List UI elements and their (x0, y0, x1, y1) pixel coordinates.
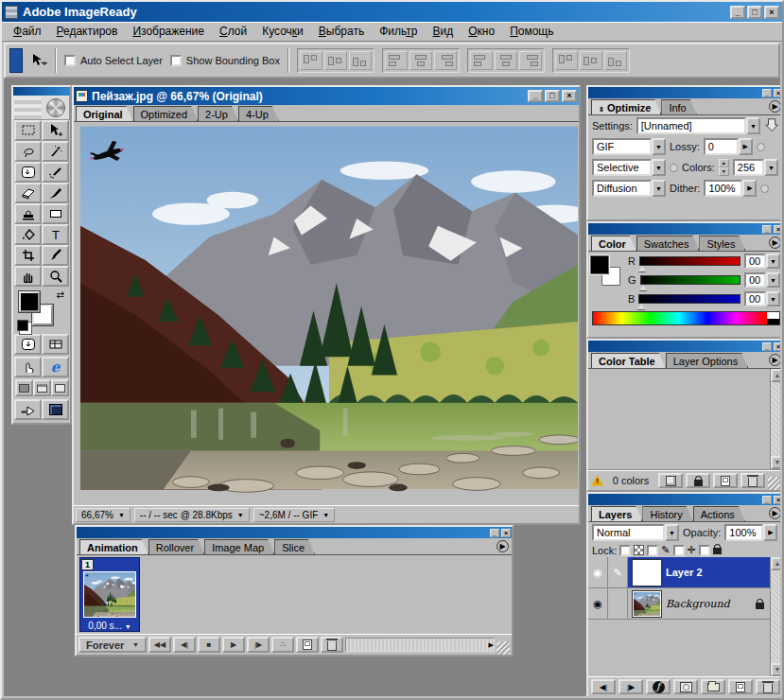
zoom-tool[interactable] (42, 266, 69, 287)
imageready-logo[interactable] (13, 96, 70, 120)
dither-field[interactable]: 100%▶ (704, 180, 757, 197)
tab-styles[interactable]: Styles (699, 236, 745, 251)
align-top-button[interactable] (300, 51, 322, 70)
tab-image-map[interactable]: Image Map (204, 539, 274, 554)
maximize-button[interactable]: □ (747, 6, 762, 19)
previous-frame-button[interactable]: ◀| (173, 637, 196, 653)
align-right-button[interactable] (434, 51, 457, 70)
eyedropper-tool[interactable] (42, 245, 69, 266)
format-dropdown[interactable]: GIF▼ (592, 138, 666, 155)
lock-position-checkbox[interactable] (673, 545, 685, 556)
colors-dropdown[interactable]: 256▼ (733, 159, 778, 176)
doc-minimize-button[interactable]: _ (528, 90, 543, 102)
scroll-down-icon[interactable]: ▼ (771, 663, 780, 676)
jump-to-button[interactable] (14, 399, 42, 420)
next-frame-button[interactable]: |▶ (618, 679, 643, 694)
colors-stepper[interactable]: ▲▼ (719, 159, 729, 176)
tab-4up[interactable]: 4-Up (238, 106, 279, 121)
optimize-title-bar[interactable]: _ × (588, 87, 780, 98)
distribute-bottom-button[interactable] (519, 51, 542, 70)
menu-select[interactable]: Выбрать (311, 23, 372, 40)
visibility-toggle[interactable]: ◉ (588, 557, 608, 587)
crop-tool[interactable] (14, 245, 42, 266)
green-slider[interactable] (640, 275, 740, 285)
layer-row-layer2[interactable]: ◉ ✎ Layer 2 (588, 557, 770, 588)
menu-image[interactable]: Изображение (125, 23, 212, 40)
resize-grip[interactable] (768, 477, 780, 490)
standard-screen-mode-button[interactable] (15, 379, 33, 396)
tab-info[interactable]: Info (661, 99, 696, 114)
layers-title-bar[interactable]: _ × (588, 494, 780, 505)
layer-name[interactable]: Layer 2 (666, 557, 770, 587)
zoom-level-dropdown[interactable]: 66,67%▼ (76, 508, 131, 522)
align-bottom-button[interactable] (349, 51, 372, 70)
visibility-toggle[interactable]: ◉ (588, 588, 608, 619)
color-spectrum-ramp[interactable] (592, 311, 780, 325)
scroll-down-icon[interactable]: ▼ (771, 456, 780, 469)
menu-filter[interactable]: Фильтр (372, 23, 425, 40)
tab-slice[interactable]: Slice (274, 539, 315, 554)
delete-color-button[interactable] (740, 473, 765, 488)
palette-menu-button[interactable]: ▶ (769, 236, 780, 249)
tab-layers[interactable]: Layers (591, 506, 642, 521)
lock-all-checkbox[interactable] (699, 545, 710, 556)
add-mask-button[interactable] (673, 679, 698, 694)
title-bar[interactable]: Adobe ImageReady _ □ × (2, 2, 782, 22)
move-tool[interactable] (42, 120, 69, 141)
swap-colors-icon[interactable]: ⇄ (57, 289, 64, 300)
paint-bucket-tool[interactable] (14, 224, 42, 245)
toolbar-handle[interactable] (9, 48, 23, 73)
photoshop-icon[interactable] (42, 399, 69, 420)
tab-layer-options[interactable]: Layer Options (666, 353, 748, 368)
tween-button[interactable]: ∴ (271, 637, 294, 653)
hand-tool[interactable] (14, 266, 42, 287)
close-button[interactable]: × (764, 6, 779, 19)
menu-file[interactable]: Файл (6, 23, 49, 40)
fullscreen-menu-mode-button[interactable] (33, 379, 51, 396)
layer-effects-button[interactable]: ƒ (646, 679, 671, 694)
white-black-swatches[interactable] (767, 312, 779, 324)
lock-image-checkbox[interactable] (647, 545, 658, 556)
layers-scrollbar[interactable]: ▲ ▼ (770, 557, 780, 676)
new-frame-button[interactable] (296, 637, 319, 653)
show-bounding-box-checkbox[interactable]: Show Bounding Box (170, 55, 280, 66)
document-title-bar[interactable]: Пейзаж.jpg @ 66,67% (Original) _ □ × (74, 87, 579, 105)
color-table-title-bar[interactable]: _ × (588, 341, 780, 352)
distribute-vcenter-button[interactable] (495, 51, 517, 70)
slider-marker[interactable] (638, 266, 646, 271)
slider-marker[interactable] (639, 285, 647, 290)
tab-color-table[interactable]: Color Table (591, 353, 666, 368)
tab-rollover[interactable]: Rollover (148, 539, 204, 554)
marquee-tool[interactable] (14, 120, 42, 141)
blend-mode-dropdown[interactable]: Normal▼ (592, 524, 679, 541)
palette-menu-button[interactable]: ▶ (769, 100, 780, 113)
color-title-bar[interactable]: _ × (588, 223, 780, 235)
palette-dropdown[interactable]: Selective▼ (592, 159, 666, 176)
delete-frame-button[interactable] (321, 637, 343, 653)
menu-window[interactable]: Окно (461, 23, 502, 40)
foreground-color-swatch[interactable] (19, 291, 40, 312)
green-value-dropdown[interactable]: 00▼ (744, 272, 780, 288)
animation-scrollbar[interactable]: ▶ (345, 638, 495, 652)
rollover-preview-toggle[interactable] (14, 357, 42, 377)
new-color-button[interactable] (713, 473, 738, 488)
first-frame-button[interactable]: ◀◀ (148, 637, 171, 653)
tab-history[interactable]: History (642, 506, 692, 521)
menu-edit[interactable]: Редактиров (49, 23, 126, 40)
shape-tool[interactable] (42, 203, 69, 224)
palette-close-button[interactable]: × (774, 342, 780, 351)
tab-swatches[interactable]: Swatches (636, 236, 700, 251)
color-table-scrollbar[interactable]: ▲ ▼ (770, 369, 780, 469)
slice-visibility-toggle[interactable] (42, 334, 69, 355)
doc-maximize-button[interactable]: □ (545, 90, 560, 102)
droplet-icon[interactable] (764, 117, 780, 134)
stop-button[interactable]: ■ (198, 637, 220, 653)
loop-dropdown[interactable]: Forever▼ (78, 637, 147, 653)
airbrush-tool[interactable] (42, 162, 69, 183)
animation-frame-1[interactable]: 1 0,00 s... ▼ (79, 557, 140, 632)
play-button[interactable]: ▶ (222, 637, 245, 653)
align-left-button[interactable] (385, 51, 408, 70)
menu-help[interactable]: Помощь (502, 23, 561, 40)
menu-slices[interactable]: Кусочки (254, 23, 311, 40)
lossy-field[interactable]: 0▶ (704, 138, 753, 155)
